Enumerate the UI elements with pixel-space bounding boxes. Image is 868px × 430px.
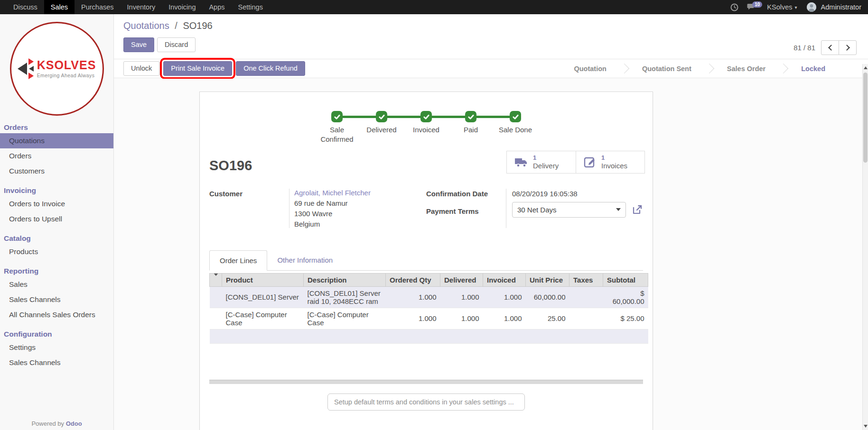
column-taxes[interactable]: Taxes: [569, 273, 603, 286]
pager-next-button[interactable]: [839, 40, 857, 55]
status-steps: Quotation Quotation Sent Sales Order Loc…: [560, 65, 840, 73]
vertical-scrollbar[interactable]: [862, 64, 868, 430]
unlock-button[interactable]: Unlock: [123, 61, 159, 76]
cell-delivered[interactable]: 1.000: [440, 308, 483, 329]
cell-ordered-qty[interactable]: 1.000: [386, 308, 440, 329]
column-subtotal[interactable]: Subtotal: [603, 273, 648, 286]
column-unit-price[interactable]: Unit Price: [526, 273, 569, 286]
pager-previous-button[interactable]: [821, 40, 839, 55]
sidebar-item-products[interactable]: Products: [0, 244, 113, 259]
cell-subtotal[interactable]: $ 25.00: [603, 308, 648, 329]
main-area: Quotations / SO196 Save Discard 81 / 81 …: [114, 14, 868, 430]
state-locked[interactable]: Locked: [787, 65, 840, 73]
nav-purchases[interactable]: Purchases: [75, 0, 121, 14]
invoices-smart-button[interactable]: 1 Invoices: [576, 151, 644, 173]
cell-invoiced[interactable]: 1.000: [483, 286, 526, 308]
scroll-up-arrow-icon[interactable]: [864, 66, 868, 69]
cell-taxes[interactable]: [569, 308, 603, 329]
breadcrumb-separator: /: [175, 20, 177, 31]
sidebar-item-orders-to-invoice[interactable]: Orders to Invoice: [0, 196, 113, 211]
smart-buttons: 1 Delivery 1 Invoices: [506, 151, 645, 174]
customer-group: Customer Agrolait, Michel Fletcher 69 ru…: [209, 189, 426, 228]
nav-settings[interactable]: Settings: [232, 0, 270, 14]
main-menus: Discuss Sales Purchases Inventory Invoic…: [0, 0, 270, 14]
confirmation-date-value: 08/20/2019 16:05:38: [512, 189, 643, 199]
cell-ordered-qty[interactable]: 1.000: [386, 286, 440, 308]
sidebar-item-orders[interactable]: Orders: [0, 148, 113, 164]
payment-terms-select[interactable]: 30 Net Days: [512, 202, 626, 218]
nav-discuss[interactable]: Discuss: [7, 0, 44, 14]
save-button[interactable]: Save: [123, 37, 154, 52]
cell-product[interactable]: [CONS_DEL01] Server: [222, 286, 304, 308]
sidebar-item-orders-to-upsell[interactable]: Orders to Upsell: [0, 211, 113, 227]
sidebar-item-sales-report[interactable]: Sales: [0, 277, 113, 292]
order-line-row[interactable]: [CONS_DEL01] Server [CONS_DEL01] Server …: [210, 286, 648, 308]
empty-line-row[interactable]: [210, 329, 648, 343]
column-description[interactable]: Description: [304, 273, 386, 286]
logo-brand-text: KSOLVES: [37, 59, 96, 71]
terms-and-conditions-input[interactable]: [327, 393, 525, 411]
user-menu[interactable]: Administrator: [821, 3, 861, 11]
cell-delivered[interactable]: 1.000: [440, 286, 483, 308]
odoo-brand-link[interactable]: Odoo: [66, 420, 82, 427]
state-sales-order[interactable]: Sales Order: [713, 65, 780, 73]
column-invoiced[interactable]: Invoiced: [483, 273, 526, 286]
caret-down-icon: [214, 273, 218, 284]
column-delivered[interactable]: Delivered: [440, 273, 483, 286]
company-switcher[interactable]: KSolves ▾: [767, 3, 797, 11]
tab-order-lines[interactable]: Order Lines: [209, 250, 267, 271]
column-ordered-qty[interactable]: Ordered Qty: [386, 273, 440, 286]
sidebar-item-settings[interactable]: Settings: [0, 340, 113, 355]
sidebar-item-quotations[interactable]: Quotations: [0, 133, 113, 148]
discard-button[interactable]: Discard: [157, 37, 196, 52]
external-link-icon[interactable]: [632, 204, 643, 215]
cell-invoiced[interactable]: 1.000: [483, 308, 526, 329]
messages-icon[interactable]: 10: [747, 3, 756, 11]
cell-subtotal[interactable]: $ 60,000.00: [603, 286, 648, 308]
company-name: KSolves: [767, 3, 792, 11]
customer-city: 1300 Wavre: [294, 210, 426, 218]
nav-apps[interactable]: Apps: [202, 0, 231, 14]
tracker-step-delivered: Delivered: [359, 111, 404, 145]
cell-unit-price[interactable]: 25.00: [526, 308, 569, 329]
order-line-row[interactable]: [C-Case] Computer Case [C-Case] Computer…: [210, 308, 648, 329]
table-header-row: Product Description Ordered Qty Delivere…: [210, 273, 648, 286]
toggle-column-header[interactable]: [210, 273, 222, 286]
cell-description[interactable]: [C-Case] Computer Case: [304, 308, 386, 329]
scrollbar-thumb[interactable]: [863, 73, 868, 163]
state-quotation-sent[interactable]: Quotation Sent: [628, 65, 706, 73]
field-groups: Customer Agrolait, Michel Fletcher 69 ru…: [209, 189, 643, 228]
cell-description[interactable]: [CONS_DEL01] Server raid 10, 2048ECC ram: [304, 286, 386, 308]
customer-name-link[interactable]: Agrolait, Michel Fletcher: [294, 189, 426, 197]
sidebar-item-customers[interactable]: Customers: [0, 164, 113, 179]
activities-clock-icon[interactable]: [730, 3, 738, 11]
nav-sales[interactable]: Sales: [44, 0, 75, 14]
nav-invoicing[interactable]: Invoicing: [162, 0, 202, 14]
sidebar-item-sales-channels-report[interactable]: Sales Channels: [0, 292, 113, 307]
chevron-down-icon: ▾: [795, 5, 797, 10]
delivery-smart-button[interactable]: 1 Delivery: [507, 151, 576, 173]
dates-group: Confirmation Date Payment Terms 08/20/20…: [426, 189, 643, 228]
column-product[interactable]: Product: [222, 273, 304, 286]
check-icon: [331, 111, 343, 122]
cell-product[interactable]: [C-Case] Computer Case: [222, 308, 304, 329]
sidebar-item-sales-channels-config[interactable]: Sales Channels: [0, 355, 113, 370]
breadcrumb-quotations-link[interactable]: Quotations: [123, 20, 169, 31]
section-title-orders: Orders: [4, 123, 113, 132]
one-click-refund-button[interactable]: One Click Refund: [236, 61, 305, 76]
print-sale-invoice-button[interactable]: Print Sale Invoice: [163, 61, 232, 76]
tab-other-information[interactable]: Other Information: [267, 250, 343, 271]
payment-terms-label: Payment Terms: [426, 201, 506, 219]
cell-unit-price[interactable]: 60,000.00: [526, 286, 569, 308]
user-avatar[interactable]: [807, 2, 816, 12]
sale-progress-tracker: Sale Confirmed Delivered Invoiced Paid: [315, 111, 538, 145]
section-title-invoicing: Invoicing: [4, 186, 113, 195]
cell-taxes[interactable]: [569, 286, 603, 308]
sidebar-item-all-channels-sales-orders[interactable]: All Channels Sales Orders: [0, 307, 113, 322]
horizontal-scrollbar[interactable]: [209, 380, 643, 384]
breadcrumb: Quotations / SO196: [123, 20, 859, 31]
state-quotation[interactable]: Quotation: [560, 65, 620, 73]
tracker-step-invoiced: Invoiced: [404, 111, 448, 145]
scroll-down-arrow-icon[interactable]: [864, 425, 868, 428]
nav-inventory[interactable]: Inventory: [121, 0, 162, 14]
